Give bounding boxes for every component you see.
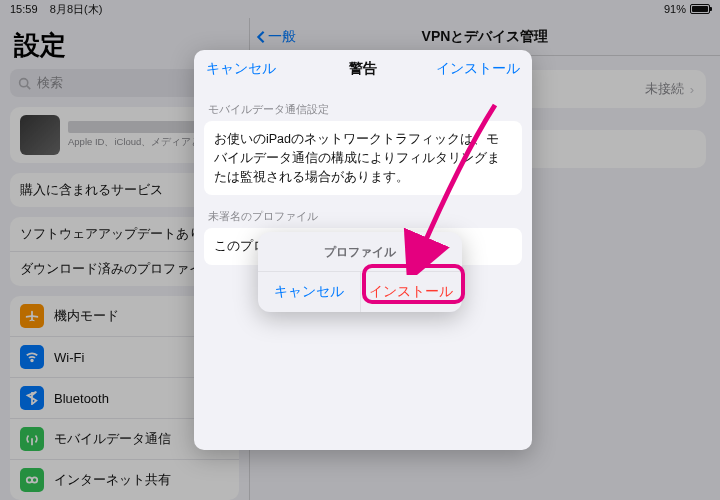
section-body-cellular: お使いのiPadのネットワークトラフィックは、モバイルデータ通信の構成によりフィ… <box>204 121 522 195</box>
action-install-button[interactable]: インストール <box>360 272 463 312</box>
action-cancel-button[interactable]: キャンセル <box>258 272 360 312</box>
sheet-install-button[interactable]: インストール <box>436 60 520 78</box>
sheet-cancel-button[interactable]: キャンセル <box>206 60 276 78</box>
action-sheet: プロファイル キャンセル インストール <box>258 232 462 312</box>
sheet-navbar: キャンセル 警告 インストール <box>194 50 532 88</box>
action-sheet-title: プロファイル <box>258 232 462 272</box>
section-label-unsigned: 未署名のプロファイル <box>194 195 532 228</box>
section-label-cellular: モバイルデータ通信設定 <box>194 88 532 121</box>
